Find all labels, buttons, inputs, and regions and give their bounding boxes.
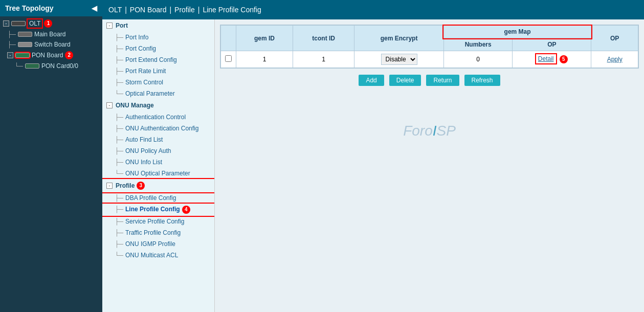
th-gem-encrypt: gem Encrypt	[354, 26, 444, 51]
pon-card-label: PON Card0/0	[41, 62, 78, 70]
expand-port-icon[interactable]: -	[106, 23, 113, 29]
tree-line-main: ├─	[7, 31, 16, 38]
watermark: ForoISP	[220, 92, 639, 170]
tree-item-pon-board[interactable]: - PON Board 2	[0, 50, 102, 61]
switch-board-label: Switch Board	[34, 41, 71, 48]
main-board-icon	[18, 32, 32, 37]
td-checkbox	[221, 51, 236, 68]
menu-section-onu[interactable]: - ONU Manage	[102, 99, 214, 112]
table-row: 1 1 Disable Enable 0	[221, 51, 638, 68]
menu-item-onu-policy[interactable]: ├─ONU Policy Auth	[102, 145, 214, 157]
th-op-sub: OP	[513, 38, 591, 51]
content-area: OLT | PON Board | Profile | Line Profile…	[102, 0, 644, 312]
menu-item-dba[interactable]: ├─DBA Profile Config	[102, 192, 214, 204]
menu-item-port-extend[interactable]: ├─Port Extend Config	[102, 54, 214, 65]
gem-encrypt-select[interactable]: Disable Enable	[381, 54, 417, 65]
th-op: OP	[591, 26, 638, 51]
menu-item-auth-ctrl[interactable]: ├─Authentication Control	[102, 112, 214, 123]
menu-section-profile[interactable]: - Profile 3	[102, 179, 214, 192]
menu-item-optical[interactable]: └─Optical Parameter	[102, 88, 214, 99]
tree-line-pon-card: └─	[14, 62, 23, 70]
menu-item-line-profile[interactable]: ├─Line Profile Config4	[102, 204, 214, 216]
profile-badge: 3	[137, 182, 145, 190]
expand-onu-icon[interactable]: -	[106, 102, 113, 108]
td-numbers: 0	[443, 51, 512, 68]
table-container: gem ID tcont ID gem Encrypt gem Map OP N…	[220, 25, 639, 69]
pon-badge: 2	[65, 51, 73, 59]
pon-board-icon	[15, 53, 30, 58]
breadcrumb-line-profile: Line Profile Config	[203, 6, 261, 14]
menu-item-service[interactable]: ├─Service Profile Config	[102, 216, 214, 227]
menu-item-onu-info[interactable]: ├─ONU Info List	[102, 157, 214, 168]
breadcrumb-header: OLT | PON Board | Profile | Line Profile…	[102, 0, 644, 19]
td-apply: Apply	[591, 51, 638, 68]
port-section-label: Port	[116, 22, 128, 29]
return-button[interactable]: Return	[426, 75, 459, 86]
olt-label: OLT	[28, 19, 42, 28]
olt-badge: 1	[44, 19, 52, 28]
main-board-label: Main Board	[34, 31, 65, 38]
td-gem-encrypt: Disable Enable	[354, 51, 444, 68]
detail-badge: 5	[560, 55, 568, 63]
pon-board-label: PON Board	[32, 52, 63, 59]
port-menu-items: ├─Port Info ├─Port Config ├─Port Extend …	[102, 32, 214, 99]
expand-profile-icon[interactable]: -	[106, 183, 113, 189]
menu-section-port[interactable]: - Port	[102, 19, 214, 32]
delete-button[interactable]: Delete	[389, 75, 421, 86]
tree-node-olt: - OLT 1 ├─ Main Board ├─ Switch Board -	[0, 16, 102, 73]
add-button[interactable]: Add	[359, 75, 384, 86]
menu-item-onu-auth[interactable]: ├─ONU Authentication Config	[102, 123, 214, 134]
tree-item-pon-card[interactable]: └─ PON Card0/0	[0, 61, 102, 71]
menu-item-traffic[interactable]: ├─Traffic Profile Config	[102, 227, 214, 238]
actions-row: Add Delete Return Refresh	[220, 69, 639, 92]
apply-link[interactable]: Apply	[607, 56, 623, 63]
left-menu-panel: - Port ├─Port Info ├─Port Config ├─Port …	[102, 19, 215, 312]
th-tcont-id: tcont ID	[293, 26, 354, 51]
breadcrumb-profile: Profile	[174, 6, 195, 14]
detail-link[interactable]: Detail	[536, 54, 556, 63]
td-tcont-id: 1	[293, 51, 354, 68]
onu-menu-items: ├─Authentication Control ├─ONU Authentic…	[102, 112, 214, 179]
menu-item-port-rate[interactable]: ├─Port Rate Limit	[102, 65, 214, 77]
profile-menu-items: ├─DBA Profile Config ├─Line Profile Conf…	[102, 192, 214, 261]
watermark-pipe: I	[433, 123, 437, 139]
row-checkbox[interactable]	[225, 55, 232, 62]
profile-section-label: Profile	[116, 182, 135, 189]
line-profile-badge: 4	[182, 206, 190, 214]
expand-pon[interactable]: -	[7, 52, 13, 58]
menu-item-auto-find[interactable]: ├─Auto Find List	[102, 134, 214, 145]
sidebar-title-label: Tree Topology	[5, 4, 54, 12]
tree-item-main-board[interactable]: ├─ Main Board	[0, 29, 102, 39]
refresh-button[interactable]: Refresh	[464, 75, 500, 86]
td-detail: Detail 5	[513, 51, 591, 68]
olt-icon	[11, 21, 26, 26]
breadcrumb-olt: OLT	[108, 6, 122, 14]
breadcrumb-pon: PON Board	[130, 6, 167, 14]
gem-table: gem ID tcont ID gem Encrypt gem Map OP N…	[220, 25, 638, 68]
tree-line-switch: ├─	[7, 41, 16, 48]
th-numbers: Numbers	[443, 38, 512, 51]
tree-item-olt[interactable]: - OLT 1	[0, 18, 102, 29]
th-gem-id: gem ID	[236, 26, 293, 51]
menu-item-storm[interactable]: ├─Storm Control	[102, 77, 214, 88]
content-inner: - Port ├─Port Info ├─Port Config ├─Port …	[102, 19, 644, 312]
menu-item-port-info[interactable]: ├─Port Info	[102, 32, 214, 43]
menu-item-onu-optical[interactable]: └─ONU Optical Parameter	[102, 168, 214, 179]
th-checkbox	[221, 26, 236, 51]
watermark-text-after: SP	[437, 123, 456, 139]
td-gem-id: 1	[236, 51, 293, 68]
sidebar-arrow-icon: ◀	[92, 4, 97, 12]
expand-olt[interactable]: -	[3, 20, 9, 27]
watermark-text-before: Foro	[403, 123, 433, 139]
menu-item-multicast[interactable]: └─ONU Multicast ACL	[102, 250, 214, 261]
onu-section-label: ONU Manage	[116, 102, 154, 109]
tree-item-switch-board[interactable]: ├─ Switch Board	[0, 39, 102, 50]
sidebar: Tree Topology ◀ - OLT 1 ├─ Main Board ├─…	[0, 0, 102, 312]
sidebar-title: Tree Topology ◀	[0, 0, 102, 16]
switch-board-icon	[18, 42, 32, 47]
right-data-panel: gem ID tcont ID gem Encrypt gem Map OP N…	[215, 19, 644, 312]
menu-item-igmp[interactable]: ├─ONU IGMP Profile	[102, 238, 214, 250]
menu-item-port-config[interactable]: ├─Port Config	[102, 43, 214, 54]
th-gem-map: gem Map	[443, 26, 591, 38]
pon-card-icon	[25, 63, 39, 69]
